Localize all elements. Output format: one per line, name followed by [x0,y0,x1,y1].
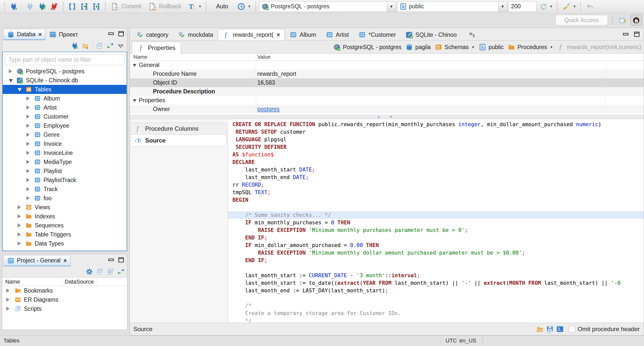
minimize-icon[interactable] [107,30,115,38]
collapse-arrow-icon[interactable] [133,99,136,102]
tree-item-playlist[interactable]: Playlist [3,166,127,176]
auto-refresh-dropdown-icon[interactable]: ▼ [550,5,553,8]
property-row-procedure-description[interactable]: Procedure Description [130,87,644,96]
chevron-down-icon[interactable]: ▼ [550,45,553,49]
expand-arrow-icon[interactable] [6,298,10,302]
column-header-value[interactable]: Value [257,54,270,60]
new-folder-button[interactable]: + [80,41,90,51]
tree-item-postgresql-postgres[interactable]: PostgreSQL - postgres [3,67,127,76]
column-header-name[interactable]: Name [133,54,147,60]
connect-button[interactable] [24,1,35,12]
sql-generator-button[interactable] [561,1,572,12]
tree-item-sqlite-chinook-db[interactable]: SQLite - Chinook.db [3,76,127,85]
tab-database-navigator[interactable]: Databa × [3,29,46,40]
collapse-arrow-icon[interactable] [133,64,136,67]
status-locale[interactable]: en_US [459,337,480,344]
commit-button[interactable] [109,1,120,12]
tab-overflow-button[interactable]: »5 [469,31,475,39]
editor-tab-album[interactable]: Album [285,29,321,40]
breadcrumb-item-rewards-report-int4-numeric[interactable]: frewards_report(int4,numeric) [557,43,641,51]
expand-arrow-icon[interactable] [18,205,21,209]
tree-item-artist[interactable]: Artist [3,103,127,112]
expand-arrow-icon[interactable] [6,289,10,293]
omit-procedure-header-checkbox[interactable] [569,326,575,332]
save-to-file-button[interactable] [545,324,555,334]
schema-selector-combo[interactable]: public ▼ [397,1,507,12]
tree-item-invoice[interactable]: Invoice [3,139,127,148]
link-with-editor-button[interactable] [105,41,115,51]
close-tab-icon[interactable]: × [276,31,280,38]
transaction-mode-dropdown-icon[interactable]: ▼ [198,5,202,8]
collapse-arrow-icon[interactable] [9,79,13,82]
breadcrumb-item-schemas[interactable]: Schemas▼ [435,43,475,51]
maximize-icon[interactable] [117,256,125,264]
expand-arrow-icon[interactable] [18,241,21,246]
maximize-icon[interactable] [117,30,125,38]
tab-properties[interactable]: f Properties [132,42,181,54]
tree-item-data-types[interactable]: Data Types [3,239,127,248]
collapse-all-button[interactable] [95,267,104,276]
status-timezone[interactable]: UTC [441,337,462,344]
expand-arrow-icon[interactable] [26,151,30,155]
connection-selector-dropdown-icon[interactable]: ▼ [387,2,396,12]
object-filter-input[interactable] [5,54,125,65]
open-sql-editor-button[interactable]: + [91,1,102,12]
tree-item-invoiceline[interactable]: InvoiceLine [3,148,127,157]
tree-item-views[interactable]: Views [3,203,127,212]
tree-item-track[interactable]: Track [3,185,127,194]
auto-commit-mode-button[interactable]: Auto [216,3,228,10]
link-with-editor-button[interactable] [116,267,126,276]
column-header-datasource[interactable]: DataSource [65,279,94,285]
rollback-button[interactable] [146,1,157,12]
property-row-owner[interactable]: Ownerpostgres [130,105,644,114]
minimize-icon[interactable] [107,256,115,264]
expand-arrow-icon[interactable] [18,214,21,218]
tree-item-indexes[interactable]: Indexes [3,212,127,221]
project-item-scripts[interactable]: Scripts [2,304,127,313]
tree-item-genre[interactable]: Genre [3,130,127,139]
editor-tab-artist[interactable]: Artist [321,29,354,40]
property-row-procedure-name[interactable]: Procedure Namerewards_report [130,70,644,78]
tree-item-tables[interactable]: Tables [3,85,127,94]
column-divider[interactable] [256,54,256,115]
project-item-bookmarks[interactable]: ★Bookmarks [2,286,127,295]
property-value[interactable]: postgres [257,105,279,114]
tree-item-sequences[interactable]: Sequences [3,221,127,230]
auto-refresh-button[interactable] [538,1,549,12]
minimize-icon[interactable] [622,30,630,38]
property-row-general[interactable]: General [130,61,644,70]
expand-arrow-icon[interactable] [26,196,30,200]
expand-arrow-icon[interactable] [18,232,21,236]
reconnect-button[interactable] [36,1,48,12]
view-menu-button[interactable] [116,41,126,51]
property-row-object-id[interactable]: Object ID16,583 [130,78,644,87]
chevron-down-icon[interactable]: ▼ [471,45,475,49]
fetch-size-input[interactable] [508,1,537,12]
splitter-handle[interactable]: ▲ ▼ [130,115,644,119]
collapse-arrow-icon[interactable] [18,88,22,91]
open-perspective-button[interactable] [617,15,628,26]
tab-project-explorer[interactable]: Проект [46,29,82,40]
toolbar-drag-handle[interactable] [4,2,5,12]
tree-item-employee[interactable]: Employee [3,121,127,130]
editor-tab-sqlite-chinoo[interactable]: SQLite - Chinoo [401,29,462,40]
editor-tab-category[interactable]: category [131,29,173,40]
sql-editor-button[interactable] [67,1,78,12]
disconnect-button[interactable] [49,1,60,12]
expand-arrow-icon[interactable] [26,124,30,128]
transaction-mode-button[interactable]: T [186,1,197,12]
tab-project-general[interactable]: Project - General × [3,255,71,266]
tree-item-table-triggers[interactable]: Table Triggers [3,230,127,239]
expand-arrow-icon[interactable] [26,160,30,164]
tree-item-customer[interactable]: Customer [3,112,127,121]
column-header-name[interactable]: Name [5,279,20,285]
expand-arrow-icon[interactable] [9,69,12,73]
expand-arrow-icon[interactable] [26,133,30,137]
expand-arrow-icon[interactable] [26,142,30,146]
editor-tab-rewards-report[interactable]: frewards_report(× [218,29,285,40]
editor-tab-mockdata[interactable]: mockdata [173,29,218,40]
property-row-properties[interactable]: Properties [130,96,644,105]
sql-generator-dropdown-icon[interactable]: ▼ [573,5,576,8]
expand-arrow-icon[interactable] [18,223,21,227]
schema-selector-dropdown-icon[interactable]: ▼ [498,2,507,12]
